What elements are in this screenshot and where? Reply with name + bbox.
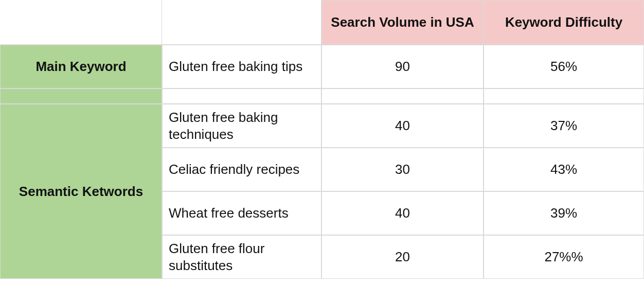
sem-volume-3: 20	[321, 235, 484, 279]
main-volume-cell: 90	[321, 45, 484, 88]
sem-volume-1: 30	[321, 148, 484, 191]
header-blank-1	[0, 0, 162, 45]
sem-keyword-0: Gluten free baking techniques	[162, 104, 321, 148]
header-difficulty: Keyword Difficulty	[484, 0, 644, 45]
sem-difficulty-0: 37%	[484, 104, 644, 148]
main-keyword-cell: Gluten free baking tips	[162, 45, 321, 88]
row-label-main: Main Keyword	[0, 45, 162, 88]
sem-keyword-3: Gluten free flour substitutes	[162, 235, 321, 279]
sem-keyword-2: Wheat free desserts	[162, 191, 321, 235]
sem-difficulty-2: 39%	[484, 191, 644, 235]
sem-difficulty-3: 27%%	[484, 235, 644, 279]
sem-volume-0: 40	[321, 104, 484, 148]
spacer-3	[484, 88, 644, 104]
sem-difficulty-1: 43%	[484, 148, 644, 191]
spacer-2	[321, 88, 484, 104]
header-blank-2	[162, 0, 321, 45]
keyword-table: Search Volume in USA Keyword Difficulty …	[0, 0, 644, 279]
main-difficulty-cell: 56%	[484, 45, 644, 88]
sem-volume-2: 40	[321, 191, 484, 235]
header-volume: Search Volume in USA	[321, 0, 484, 45]
spacer-label	[0, 88, 162, 104]
spacer-1	[162, 88, 321, 104]
sem-keyword-1: Celiac friendly recipes	[162, 148, 321, 191]
row-label-semantic: Semantic Ketwords	[0, 104, 162, 279]
